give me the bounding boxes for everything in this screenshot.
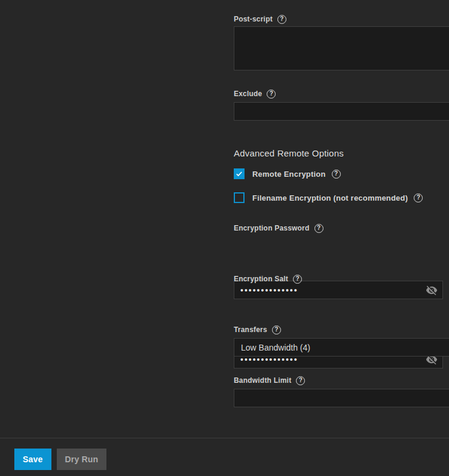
cloud-sync-form: Post-script Exclude Advanced Remote Opti… xyxy=(0,0,449,476)
exclude-label: Exclude xyxy=(234,90,262,98)
dry-run-button[interactable]: Dry Run xyxy=(57,449,107,470)
post-script-label-row: Post-script xyxy=(234,14,443,24)
help-icon[interactable] xyxy=(272,325,281,334)
post-script-textarea[interactable] xyxy=(234,27,449,70)
footer-divider xyxy=(0,438,449,438)
help-icon[interactable] xyxy=(277,15,286,24)
post-script-field xyxy=(234,26,449,70)
help-icon[interactable] xyxy=(414,194,423,202)
remote-encryption-label: Remote Encryption xyxy=(252,170,326,179)
encryption-salt-label-row: Encryption Salt xyxy=(234,274,443,284)
remote-encryption-row: Remote Encryption xyxy=(234,168,443,179)
encryption-password-label-row: Encryption Password xyxy=(234,223,443,233)
bandwidth-limit-label-row: Bandwidth Limit xyxy=(234,376,443,385)
transfers-label: Transfers xyxy=(234,325,267,334)
filename-encryption-row: Filename Encryption (not recommended) xyxy=(234,192,443,203)
advanced-remote-options-heading: Advanced Remote Options xyxy=(234,148,443,158)
help-icon[interactable] xyxy=(293,275,302,284)
post-script-label: Post-script xyxy=(234,15,273,23)
transfers-select[interactable]: Low Bandwidth (4) xyxy=(234,338,449,357)
help-icon[interactable] xyxy=(332,170,341,179)
checkmark-icon xyxy=(235,170,243,178)
eye-off-icon[interactable] xyxy=(426,284,438,296)
transfers-selected-value: Low Bandwidth (4) xyxy=(241,343,310,352)
transfers-label-row: Transfers xyxy=(234,325,443,334)
footer-actions: Save Dry Run xyxy=(14,449,106,470)
exclude-label-row: Exclude xyxy=(234,89,443,99)
encryption-password-label: Encryption Password xyxy=(234,224,310,232)
help-icon[interactable] xyxy=(296,376,305,385)
filename-encryption-label: Filename Encryption (not recommended) xyxy=(252,194,408,202)
bandwidth-limit-label: Bandwidth Limit xyxy=(234,376,291,385)
filename-encryption-checkbox[interactable] xyxy=(234,192,245,203)
help-icon[interactable] xyxy=(314,224,323,233)
exclude-input[interactable] xyxy=(234,102,449,121)
encryption-salt-label: Encryption Salt xyxy=(234,275,288,283)
remote-encryption-checkbox[interactable] xyxy=(234,168,245,179)
save-button[interactable]: Save xyxy=(14,449,51,470)
bandwidth-limit-input[interactable] xyxy=(234,389,449,407)
help-icon[interactable] xyxy=(267,90,276,99)
